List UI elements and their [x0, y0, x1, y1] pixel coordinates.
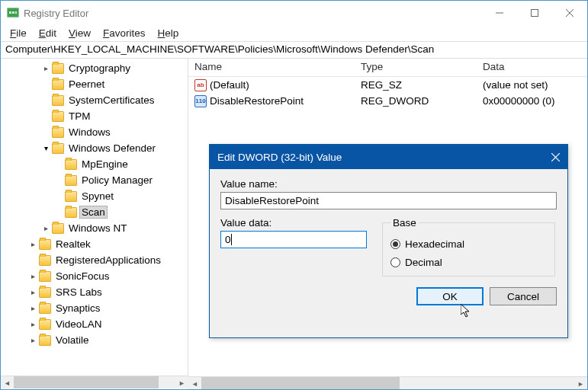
folder-icon	[39, 335, 51, 346]
regedit-app-icon	[7, 7, 19, 19]
tree-item[interactable]: ▸SystemCertificates	[1, 92, 188, 108]
text-caret	[231, 234, 232, 245]
list-horizontal-scrollbar[interactable]: ◄ ►	[188, 376, 587, 389]
window-title: Registry Editor	[24, 8, 482, 19]
radio-decimal[interactable]: Decimal	[390, 253, 547, 271]
chevron-right-icon[interactable]: ▸	[27, 238, 39, 251]
tree-horizontal-scrollbar[interactable]: ◄ ►	[1, 376, 188, 388]
svg-rect-6	[532, 10, 538, 17]
folder-icon	[39, 319, 51, 330]
tree-item[interactable]: ▸Peernet	[1, 76, 188, 92]
dialog-title: Edit DWORD (32-bit) Value	[217, 152, 342, 163]
menu-view[interactable]: View	[63, 27, 97, 39]
folder-icon	[65, 159, 77, 170]
tree-item-label: Synaptics	[53, 302, 103, 315]
cancel-button[interactable]: Cancel	[490, 287, 557, 305]
chevron-right-icon[interactable]: ▸	[27, 334, 39, 347]
tree-item[interactable]: ▸TPM	[1, 108, 188, 124]
chevron-right-icon[interactable]: ▸	[40, 222, 52, 235]
tree-item-label: SRS Labs	[53, 286, 104, 299]
tree-item[interactable]: ▸MpEngine	[1, 156, 188, 172]
folder-icon	[39, 303, 51, 314]
tree-item-label: Spynet	[79, 190, 116, 203]
scrollbar-thumb[interactable]	[201, 377, 400, 389]
address-bar[interactable]: Computer\HKEY_LOCAL_MACHINE\SOFTWARE\Pol…	[1, 42, 587, 59]
menu-file[interactable]: File	[4, 27, 33, 39]
tree-item-label: Volatile	[53, 334, 92, 347]
tree-item[interactable]: ▸VideoLAN	[1, 316, 188, 332]
value-name-field[interactable]	[220, 192, 557, 209]
ok-button[interactable]: OK	[416, 287, 484, 305]
tree-item-label: RegisteredApplications	[53, 254, 163, 267]
value-data: (value not set)	[477, 79, 587, 91]
list-row[interactable]: ab(Default)REG_SZ(value not set)	[188, 77, 587, 93]
titlebar[interactable]: Registry Editor	[1, 1, 587, 25]
dialog-titlebar[interactable]: Edit DWORD (32-bit) Value	[210, 145, 567, 169]
chevron-right-icon[interactable]: ▸	[27, 286, 39, 299]
radio-dec-label: Decimal	[405, 257, 442, 268]
tree-item[interactable]: ▸Windows	[1, 124, 188, 140]
menu-edit[interactable]: Edit	[33, 27, 63, 39]
tree-item[interactable]: ▸Realtek	[1, 236, 188, 252]
folder-icon	[52, 143, 64, 154]
tree-item-label: Windows NT	[66, 222, 130, 235]
chevron-right-icon[interactable]: ▸	[27, 318, 39, 331]
tree-item-label: Policy Manager	[79, 174, 155, 187]
tree-item[interactable]: ▸SRS Labs	[1, 284, 188, 300]
base-group: Base Hexadecimal Decimal	[382, 217, 555, 277]
tree-item[interactable]: ▸Synaptics	[1, 300, 188, 316]
menu-help[interactable]: Help	[152, 27, 185, 39]
close-icon	[551, 153, 560, 161]
tree-item-label: Realtek	[53, 238, 93, 251]
radio-icon	[390, 257, 400, 267]
dialog-close-button[interactable]	[543, 145, 567, 169]
scroll-right-icon[interactable]: ►	[175, 376, 188, 389]
tree-item-label: SystemCertificates	[66, 94, 157, 107]
radio-hex-label: Hexadecimal	[405, 238, 464, 250]
scroll-left-icon[interactable]: ◄	[188, 377, 201, 389]
base-legend: Base	[390, 217, 419, 229]
registry-tree[interactable]: ▸Cryptography▸Peernet▸SystemCertificates…	[1, 59, 188, 389]
col-name[interactable]: Name	[188, 59, 355, 76]
value-type: REG_DWORD	[355, 95, 477, 107]
list-row[interactable]: 110DisableRestorePointREG_DWORD0x0000000…	[188, 93, 587, 109]
chevron-right-icon[interactable]: ▸	[27, 302, 39, 315]
menu-favorites[interactable]: Favorites	[97, 27, 152, 39]
tree-item-label: Scan	[79, 206, 108, 219]
tree-item-label: SonicFocus	[53, 270, 112, 283]
radio-hexadecimal[interactable]: Hexadecimal	[390, 235, 547, 253]
tree-item[interactable]: ▸Scan	[1, 204, 188, 220]
folder-icon	[65, 175, 77, 186]
string-value-icon: ab	[194, 79, 207, 91]
col-data[interactable]: Data	[477, 59, 587, 76]
scroll-right-icon[interactable]: ►	[574, 377, 587, 389]
tree-item[interactable]: ▾Windows Defender	[1, 140, 188, 156]
tree-item[interactable]: ▸Windows NT	[1, 220, 188, 236]
scroll-left-icon[interactable]: ◄	[1, 376, 14, 389]
value-data: 0x00000000 (0)	[477, 95, 587, 107]
maximize-button[interactable]	[517, 1, 552, 25]
tree-item[interactable]: ▸Cryptography	[1, 60, 188, 76]
folder-icon	[39, 255, 51, 266]
folder-icon	[52, 127, 64, 138]
tree-item-label: TPM	[66, 110, 93, 123]
value-data-field[interactable]: 0	[220, 231, 367, 248]
tree-item[interactable]: ▸Policy Manager	[1, 172, 188, 188]
chevron-right-icon[interactable]: ▸	[40, 62, 52, 75]
folder-icon	[65, 207, 77, 218]
close-button[interactable]	[552, 1, 587, 25]
value-name: DisableRestorePoint	[210, 95, 304, 107]
scrollbar-thumb[interactable]	[14, 376, 159, 388]
tree-item[interactable]: ▸Volatile	[1, 332, 188, 348]
tree-item[interactable]: ▸RegisteredApplications	[1, 252, 188, 268]
tree-item[interactable]: ▸Spynet	[1, 188, 188, 204]
col-type[interactable]: Type	[355, 59, 477, 76]
minimize-button[interactable]	[482, 1, 517, 25]
tree-item[interactable]: ▸SonicFocus	[1, 268, 188, 284]
menubar: File Edit View Favorites Help	[1, 25, 587, 42]
chevron-right-icon[interactable]: ▸	[27, 270, 39, 283]
folder-icon	[52, 111, 64, 122]
chevron-down-icon[interactable]: ▾	[40, 142, 52, 155]
value-name: (Default)	[210, 79, 249, 91]
folder-icon	[65, 191, 77, 202]
